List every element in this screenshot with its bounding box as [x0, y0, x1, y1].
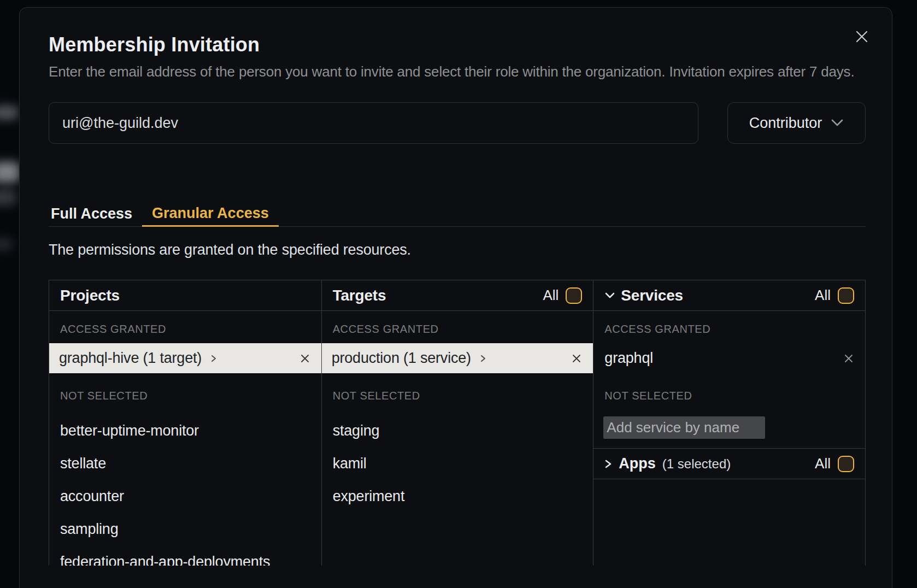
selected-target-row[interactable]: production (1 service): [322, 343, 593, 373]
targets-list: staging kamil experiment: [322, 414, 593, 513]
not-selected-label: NOT SELECTED: [49, 373, 321, 414]
remove-project-button[interactable]: [301, 354, 309, 363]
dialog-title: Membership Invitation: [49, 33, 866, 57]
selected-project-row[interactable]: graphql-hive (1 target): [49, 343, 321, 373]
services-column: Services All ACCESS GRANTED graphql: [593, 280, 865, 566]
access-granted-label: ACCESS GRANTED: [593, 311, 865, 343]
granted-service-row: graphql: [593, 343, 865, 373]
services-column-header[interactable]: Services All: [593, 280, 865, 311]
access-granted-label: ACCESS GRANTED: [49, 311, 321, 343]
apps-section-header[interactable]: Apps (1 selected) All: [593, 448, 865, 479]
services-column-title: Services: [621, 287, 683, 304]
not-selected-label: NOT SELECTED: [322, 373, 593, 414]
chevron-down-icon: [604, 292, 615, 299]
targets-all-label: All: [543, 287, 559, 304]
selected-target-name: production (1 service): [332, 350, 471, 367]
tab-granular-access[interactable]: Granular Access: [142, 201, 279, 227]
target-list-item[interactable]: kamil: [322, 447, 593, 480]
resource-table: Projects ACCESS GRANTED graphql-hive (1 …: [49, 280, 866, 566]
chevron-right-icon: [210, 353, 218, 364]
access-granted-label: ACCESS GRANTED: [322, 311, 593, 343]
membership-invitation-dialog: Membership Invitation Enter the email ad…: [19, 7, 892, 588]
chevron-down-icon: [831, 119, 844, 127]
projects-column-header: Projects: [49, 280, 321, 311]
targets-column-header: Targets All: [322, 280, 593, 311]
add-service-input[interactable]: [603, 416, 765, 439]
access-tabs: Full Access Granular Access: [49, 201, 866, 227]
targets-all-checkbox[interactable]: [566, 287, 582, 304]
role-select[interactable]: Contributor: [727, 102, 866, 144]
role-select-value: Contributor: [749, 115, 822, 132]
remove-target-button[interactable]: [572, 354, 581, 363]
x-icon: [844, 354, 853, 363]
background-blur-artifact: [0, 105, 19, 120]
selected-project-name: graphql-hive (1 target): [59, 350, 202, 367]
targets-column-title: Targets: [333, 287, 386, 304]
granted-service-name: graphql: [604, 350, 653, 367]
x-icon: [572, 354, 581, 363]
background-blur-artifact: [0, 189, 16, 205]
not-selected-label: NOT SELECTED: [593, 373, 865, 414]
invite-form-row: Contributor: [49, 102, 866, 144]
target-list-item[interactable]: staging: [322, 414, 593, 447]
remove-service-button[interactable]: [844, 354, 853, 363]
targets-column: Targets All ACCESS GRANTED production (1…: [321, 280, 593, 566]
apps-all-label: All: [815, 455, 831, 472]
project-list-item[interactable]: better-uptime-monitor: [49, 414, 321, 447]
project-list-item[interactable]: stellate: [49, 447, 321, 480]
projects-column-title: Projects: [60, 287, 120, 304]
apps-selected-count: (1 selected): [662, 456, 731, 472]
apps-all-checkbox[interactable]: [838, 456, 854, 472]
apps-section-title: Apps: [619, 455, 656, 472]
project-list-item[interactable]: sampling: [49, 513, 321, 545]
services-all-label: All: [815, 287, 831, 304]
tab-full-access[interactable]: Full Access: [49, 201, 142, 227]
background-blur-artifact: [0, 238, 13, 250]
project-list-item[interactable]: federation-and-app-deployments: [49, 545, 321, 566]
projects-list: better-uptime-monitor stellate accounter…: [49, 414, 321, 566]
background-blur-artifact: [0, 162, 20, 183]
chevron-right-icon: [604, 458, 612, 469]
target-list-item[interactable]: experiment: [322, 480, 593, 513]
email-input[interactable]: [49, 102, 698, 144]
services-all-checkbox[interactable]: [838, 287, 854, 304]
project-list-item[interactable]: accounter: [49, 480, 321, 513]
permissions-note: The permissions are granted on the speci…: [49, 242, 866, 258]
dialog-description: Enter the email address of the person yo…: [49, 61, 866, 83]
chevron-right-icon: [479, 353, 487, 364]
projects-column: Projects ACCESS GRANTED graphql-hive (1 …: [49, 280, 321, 566]
x-icon: [301, 354, 309, 363]
